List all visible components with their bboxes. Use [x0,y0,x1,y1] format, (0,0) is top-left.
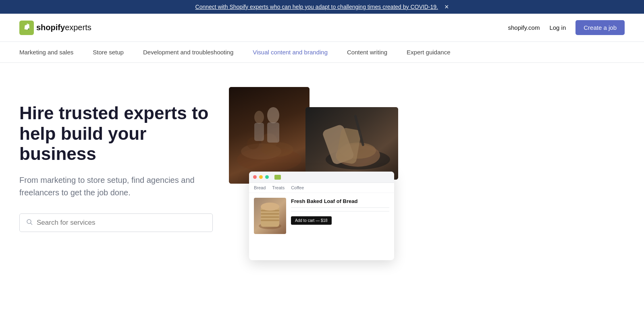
logo-text: shopifyexperts [36,23,91,32]
nav-item-content-writing[interactable]: Content writing [347,49,387,56]
nav-item-development[interactable]: Development and troubleshooting [143,49,233,56]
product-info: Fresh Baked Loaf of Bread Add to cart — … [291,198,389,225]
svg-point-10 [254,111,264,124]
product-divider [291,207,389,208]
browser-favicon [274,175,281,180]
store-mockup: Bread Treats Coffee [249,172,394,260]
search-icon [26,219,33,227]
add-to-cart-button[interactable]: Add to cart — $18 [291,216,332,225]
nav-item-expert-guidance[interactable]: Expert guidance [407,49,450,56]
browser-bar [249,172,394,183]
product-nav-tabs: Bread Treats Coffee [249,183,394,193]
product-name: Fresh Baked Loaf of Bread [291,198,389,205]
shopify-link[interactable]: shopify.com [508,24,540,31]
header-actions: shopify.com Log in Create a job [508,20,625,35]
bakery-counter-image [229,87,310,184]
svg-rect-9 [267,122,279,143]
nav-item-visual-content[interactable]: Visual content and branding [253,49,328,56]
search-box[interactable] [19,213,213,232]
nav-item-store-setup[interactable]: Store setup [93,49,124,56]
svg-point-24 [261,203,279,211]
product-detail: Fresh Baked Loaf of Bread Add to cart — … [249,193,394,239]
svg-rect-22 [261,216,279,218]
svg-rect-23 [261,220,279,221]
hero-images: Bread Treats Coffee [229,87,625,280]
tab-coffee[interactable]: Coffee [291,185,304,190]
search-input[interactable] [37,219,206,227]
hands-craft-image [305,107,398,180]
browser-dot-red [253,175,257,179]
announcement-banner: Connect with Shopify experts who can hel… [0,0,644,14]
create-job-button[interactable]: Create a job [575,20,625,35]
nav-item-marketing[interactable]: Marketing and sales [19,49,73,56]
hero-title: Hire trusted experts to help build your … [19,103,213,164]
tab-treats[interactable]: Treats [272,185,285,190]
svg-rect-11 [254,123,264,141]
tab-bread[interactable]: Bread [254,185,266,190]
product-image [254,198,286,234]
login-link[interactable]: Log in [549,24,566,31]
shopify-logo-icon [19,21,34,35]
site-header: shopifyexperts shopify.com Log in Create… [0,14,644,42]
svg-rect-21 [261,213,279,215]
banner-link[interactable]: Connect with Shopify experts who can hel… [195,4,438,10]
banner-close-button[interactable]: × [445,3,449,10]
hero-section: Hire trusted experts to help build your … [19,87,213,232]
logo-link[interactable]: shopifyexperts [19,21,91,35]
svg-point-8 [267,107,279,123]
browser-dot-yellow [259,175,263,179]
main-nav: Marketing and sales Store setup Developm… [0,42,644,63]
hero-subtitle: From marketing to store setup, find agen… [19,174,213,199]
product-divider-2 [291,211,389,211]
svg-line-2 [31,223,32,225]
browser-dot-green [265,175,269,179]
main-content: Hire trusted experts to help build your … [0,63,644,304]
